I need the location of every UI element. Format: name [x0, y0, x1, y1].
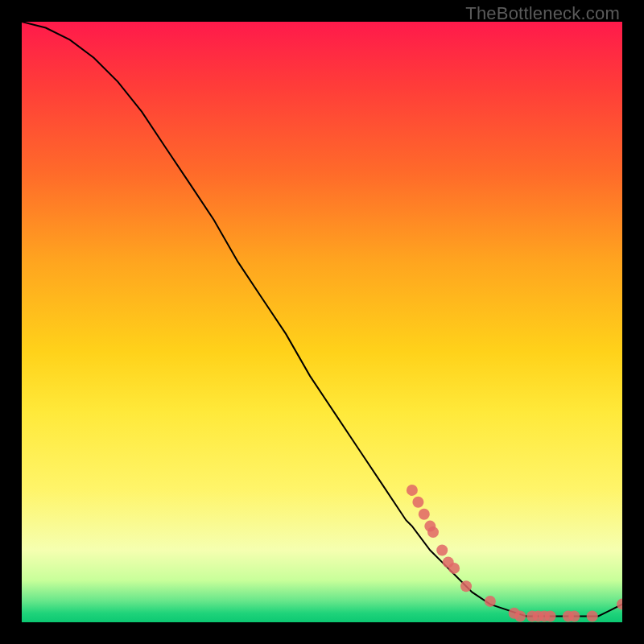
sample-point [587, 611, 598, 622]
bottleneck-curve [22, 22, 622, 617]
sample-point [485, 596, 496, 607]
sample-point [427, 526, 439, 538]
chart-svg [22, 22, 622, 622]
sample-point [419, 509, 430, 520]
sample-point [448, 563, 460, 574]
sample-point [617, 599, 622, 610]
sample-point [460, 580, 472, 592]
sample-point [436, 545, 448, 556]
sample-points-group [407, 485, 622, 622]
chart-stage: TheBottleneck.com [0, 0, 644, 644]
sample-point [412, 497, 423, 508]
sample-point [407, 485, 418, 496]
plot-area [22, 22, 622, 622]
sample-point [568, 611, 580, 622]
sample-point [514, 611, 526, 622]
sample-point [545, 611, 556, 622]
